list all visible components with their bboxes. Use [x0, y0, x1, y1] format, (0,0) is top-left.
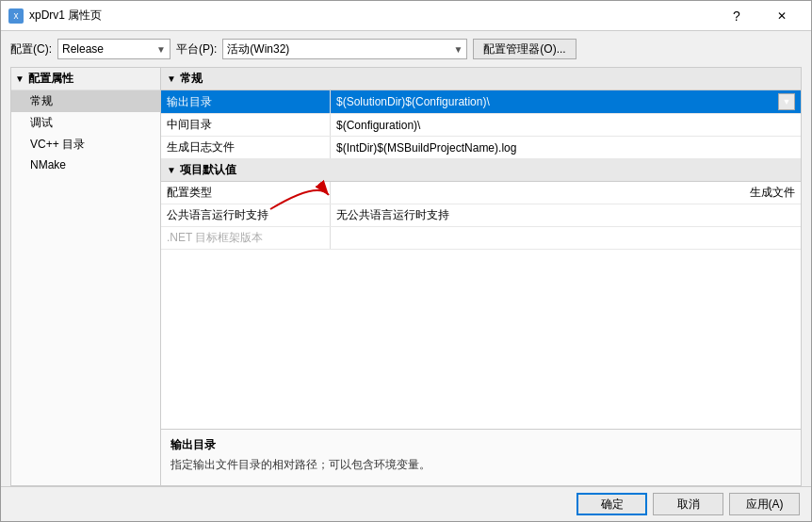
red-arrow-icon — [261, 176, 336, 214]
prop-name-dotnet: .NET 目标框架版本 — [161, 227, 331, 249]
prop-name-log-file: 生成日志文件 — [161, 137, 331, 158]
prop-row-dotnet[interactable]: .NET 目标框架版本 — [161, 227, 801, 250]
config-label: 配置(C): — [10, 41, 52, 57]
cancel-button[interactable]: 取消 — [653, 493, 723, 515]
title-bar-left: x xpDrv1 属性页 — [8, 8, 102, 24]
tree-collapse-icon: ▼ — [15, 73, 24, 84]
apply-button[interactable]: 应用(A) — [729, 493, 800, 515]
title-bar-controls: ? ✕ — [715, 1, 804, 31]
bottom-bar: 确定 取消 应用(A) — [1, 486, 811, 521]
tree-section-header[interactable]: ▼ 配置属性 — [11, 68, 160, 90]
prop-value-log-file: $(IntDir)$(MSBuildProjectName).log — [331, 137, 801, 158]
prop-value-text: $(IntDir)$(MSBuildProjectName).log — [336, 141, 516, 155]
prop-value-text: 生成文件 — [750, 185, 795, 201]
prop-value-output-dir: $(SolutionDir)$(Configuration)\ ▼ — [331, 90, 801, 113]
description-title: 输出目录 — [171, 437, 791, 453]
dialog-window: x xpDrv1 属性页 ? ✕ 配置(C): Release ▼ 平台(P):… — [0, 0, 812, 522]
section-label: 常规 — [180, 71, 203, 87]
tree-item-label: 常规 — [30, 94, 53, 107]
app-icon: x — [8, 8, 24, 24]
prop-value-text: $(SolutionDir)$(Configuration)\ — [336, 95, 490, 108]
platform-select[interactable]: 活动(Win32) ▼ — [222, 39, 467, 59]
prop-name-output-dir: 输出目录 — [161, 90, 331, 113]
config-select[interactable]: Release ▼ — [57, 39, 171, 59]
section-header-general[interactable]: ▼ 常规 — [161, 68, 801, 90]
prop-row-output-dir[interactable]: 输出目录 $(SolutionDir)$(Configuration)\ ▼ — [161, 90, 801, 114]
section-header-defaults[interactable]: ▼ 项目默认值 — [161, 159, 801, 182]
tree-item-label: NMake — [30, 158, 66, 171]
prop-row-intermediate-dir[interactable]: 中间目录 $(Configuration)\ — [161, 114, 801, 137]
prop-value-config-type: 生成文件 — [331, 182, 801, 204]
config-chevron-icon: ▼ — [156, 44, 166, 55]
config-manager-button[interactable]: 配置管理器(O)... — [473, 39, 576, 59]
tree-item-label: 调试 — [30, 116, 53, 129]
tree-item-label: VC++ 目录 — [30, 138, 85, 151]
prop-value-clr: 无公共语言运行时支持 — [331, 204, 801, 226]
main-area: ▼ 配置属性 常规 调试 VC++ 目录 NMake ▼ 常规 — [1, 67, 811, 486]
tree-item-debug[interactable]: 调试 — [11, 112, 160, 134]
tree-section-label: 配置属性 — [28, 71, 73, 87]
platform-value: 活动(Win32) — [227, 41, 289, 57]
config-value: Release — [62, 42, 104, 56]
tree-item-nmake[interactable]: NMake — [11, 155, 160, 174]
prop-value-intermediate-dir: $(Configuration)\ — [331, 114, 801, 136]
description-panel: 输出目录 指定输出文件目录的相对路径；可以包含环境变量。 — [161, 429, 801, 485]
platform-label: 平台(P): — [176, 41, 217, 57]
right-panel: ▼ 常规 输出目录 $(SolutionDir)$(Configuration)… — [161, 67, 802, 486]
prop-row-clr[interactable]: 公共语言运行时支持 无公共语言运行时支持 — [161, 204, 801, 227]
prop-name-intermediate-dir: 中间目录 — [161, 114, 331, 136]
help-button-label: ? — [715, 1, 758, 31]
close-button[interactable]: ✕ — [760, 1, 804, 31]
prop-value-text: $(Configuration)\ — [336, 119, 420, 132]
description-text: 指定输出文件目录的相对路径；可以包含环境变量。 — [171, 457, 791, 473]
window-title: xpDrv1 属性页 — [29, 8, 102, 24]
title-bar: x xpDrv1 属性页 ? ✕ — [1, 1, 811, 31]
prop-row-log-file[interactable]: 生成日志文件 $(IntDir)$(MSBuildProjectName).lo… — [161, 137, 801, 159]
section-collapse-icon: ▼ — [167, 73, 176, 84]
prop-dropdown-btn[interactable]: ▼ — [778, 93, 795, 110]
property-table: ▼ 常规 输出目录 $(SolutionDir)$(Configuration)… — [161, 68, 801, 429]
empty-space — [161, 250, 801, 429]
prop-row-config-type[interactable]: 配置类型 — [161, 182, 801, 204]
left-panel: ▼ 配置属性 常规 调试 VC++ 目录 NMake — [10, 67, 161, 486]
platform-chevron-icon: ▼ — [453, 44, 463, 55]
tree-item-vcpp[interactable]: VC++ 目录 — [11, 134, 160, 155]
toolbar: 配置(C): Release ▼ 平台(P): 活动(Win32) ▼ 配置管理… — [1, 31, 811, 67]
prop-value-text: 无公共语言运行时支持 — [336, 207, 449, 223]
tree-item-general[interactable]: 常规 — [11, 90, 160, 112]
section-collapse-icon-2: ▼ — [167, 165, 176, 175]
section-label-2: 项目默认值 — [180, 162, 236, 178]
ok-button[interactable]: 确定 — [577, 493, 647, 515]
prop-value-dotnet — [331, 227, 801, 249]
